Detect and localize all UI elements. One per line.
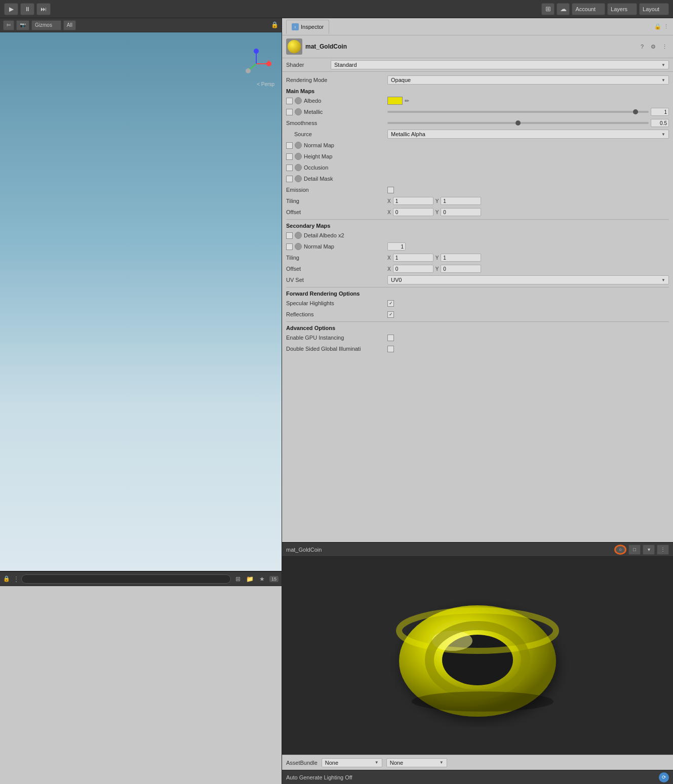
- albedo-value: ✏: [387, 97, 669, 105]
- metallic-thumb[interactable]: [633, 109, 638, 114]
- pause-button[interactable]: ⏸: [20, 3, 34, 15]
- offset2-x-input[interactable]: 0: [393, 265, 433, 273]
- uv-set-dropdown[interactable]: UV0 ▼: [387, 275, 669, 284]
- shader-chevron: ▼: [661, 63, 665, 67]
- tiling2-xy: X 1 Y 1: [387, 254, 669, 262]
- auto-generate-btn[interactable]: ⟳: [659, 772, 669, 782]
- shader-dropdown[interactable]: Standard ▼: [331, 60, 669, 69]
- metallic-label: Metallic: [304, 109, 323, 115]
- preview-header: mat_GoldCoin ○ □ ▾ ⋮: [282, 543, 673, 557]
- project-more-icon[interactable]: ⋮: [13, 575, 19, 583]
- account-chevron: ▼: [598, 7, 602, 11]
- cloud-icon[interactable]: ☁: [557, 3, 570, 15]
- occlusion-checkbox[interactable]: [286, 164, 293, 171]
- tiling-x-input[interactable]: 1: [393, 197, 433, 205]
- gizmos-btn[interactable]: Gizmos ▼: [31, 20, 61, 30]
- preview-options-btn[interactable]: ▾: [643, 545, 655, 555]
- source-label: Source: [286, 131, 387, 137]
- metallic-texture-slot[interactable]: [295, 108, 302, 115]
- divider-2: [286, 287, 669, 287]
- uv-set-row: UV Set UV0 ▼: [286, 275, 669, 285]
- asset-bundle-dropdown-2[interactable]: None ▼: [386, 758, 447, 767]
- preview-sphere-btn[interactable]: ○: [614, 545, 626, 555]
- inspector-more-icon[interactable]: ⋮: [663, 23, 669, 30]
- metallic-input[interactable]: 1: [651, 108, 669, 116]
- emission-value: [387, 187, 669, 193]
- tiling2-x-input[interactable]: 1: [393, 254, 433, 262]
- gizmos-chevron: ▼: [54, 23, 58, 27]
- rendering-mode-row: Rendering Mode Opaque ▼: [286, 75, 669, 85]
- scene-lock-icon: 🔒: [271, 21, 279, 28]
- tiling2-y-input[interactable]: 1: [441, 254, 481, 262]
- detail-mask-checkbox[interactable]: [286, 176, 293, 182]
- height-map-checkbox[interactable]: [286, 153, 293, 160]
- tools-btn[interactable]: ✄: [3, 20, 14, 30]
- offset-x-label: X: [387, 210, 391, 215]
- gpu-instancing-checkbox[interactable]: [387, 335, 394, 341]
- eyedropper-icon[interactable]: ✏: [405, 98, 409, 104]
- detail-mask-texture-slot[interactable]: [295, 175, 302, 182]
- preview-cube-btn[interactable]: □: [628, 545, 641, 555]
- uv-set-chevron: ▼: [661, 278, 665, 282]
- step-button[interactable]: ⏭: [36, 3, 51, 15]
- offset-y-input[interactable]: 0: [441, 208, 481, 216]
- double-sided-checkbox[interactable]: [387, 346, 394, 352]
- project-lock-icon: 🔒: [3, 575, 10, 582]
- layers-dropdown[interactable]: Layers ▼: [607, 3, 637, 15]
- height-map-texture-slot[interactable]: [295, 153, 302, 160]
- svg-text:Z: Z: [255, 49, 257, 52]
- material-more-icon[interactable]: ⋮: [660, 42, 669, 51]
- reflections-checkbox[interactable]: ✓: [387, 311, 394, 318]
- smoothness-track[interactable]: [387, 122, 649, 124]
- reflections-row: Reflections ✓: [286, 309, 669, 319]
- star-icon[interactable]: ★: [257, 574, 267, 584]
- folder-icon[interactable]: 📁: [245, 574, 255, 584]
- smoothness-input[interactable]: 0.5: [651, 119, 669, 127]
- filter-icon[interactable]: ⊞: [233, 574, 243, 584]
- layout-dropdown[interactable]: Layout ▼: [639, 3, 669, 15]
- albedo-checkbox[interactable]: [286, 98, 293, 104]
- auto-generate-bar: Auto Generate Lighting Off ⟳: [282, 770, 673, 784]
- offset2-y-input[interactable]: 0: [441, 265, 481, 273]
- asset-bundle-dropdown-1[interactable]: None ▼: [322, 758, 382, 767]
- normal-map-texture-slot[interactable]: [295, 142, 302, 149]
- inspector-tab[interactable]: i Inspector: [286, 20, 329, 34]
- albedo-color-box[interactable]: [387, 97, 403, 105]
- emission-checkbox[interactable]: [387, 187, 394, 193]
- normal-map2-texture-slot[interactable]: [295, 243, 302, 250]
- grid-icon[interactable]: ⊞: [541, 3, 555, 15]
- settings-icon[interactable]: ⚙: [649, 42, 658, 51]
- source-dropdown[interactable]: Metallic Alpha ▼: [387, 130, 669, 139]
- shader-row: Shader Standard ▼: [282, 58, 673, 72]
- smoothness-thumb[interactable]: [516, 120, 521, 126]
- offset-x-input[interactable]: 0: [393, 208, 433, 216]
- albedo-texture-slot[interactable]: [295, 97, 302, 104]
- normal-map-checkbox[interactable]: [286, 142, 293, 149]
- offset-y-label: Y: [436, 210, 439, 215]
- specular-highlights-checkbox[interactable]: ✓: [387, 300, 394, 307]
- auto-generate-label: Auto Generate Lighting Off: [286, 774, 659, 780]
- detail-albedo-checkbox[interactable]: [286, 232, 293, 239]
- normal-map2-label-container: Normal Map: [286, 243, 387, 250]
- account-dropdown[interactable]: Account ▼: [572, 3, 605, 15]
- occlusion-label-container: Occlusion: [286, 164, 387, 171]
- all-btn[interactable]: All: [63, 20, 76, 30]
- tiling-y-input[interactable]: 1: [441, 197, 481, 205]
- tiling-xy: X 1 Y 1: [387, 197, 669, 205]
- project-search-input[interactable]: [21, 574, 231, 584]
- occlusion-texture-slot[interactable]: [295, 164, 302, 171]
- metallic-track[interactable]: [387, 111, 649, 113]
- preview-more-btn[interactable]: ⋮: [657, 545, 669, 555]
- play-button[interactable]: ▶: [4, 3, 18, 15]
- rendering-mode-dropdown[interactable]: Opaque ▼: [387, 75, 669, 85]
- account-label: Account: [575, 6, 596, 12]
- normal-map-label-container: Normal Map: [286, 142, 387, 149]
- inspector-lock-icon[interactable]: 🔒: [654, 23, 661, 30]
- detail-albedo-texture-slot[interactable]: [295, 232, 302, 239]
- normal-map2-input[interactable]: 1: [387, 242, 406, 251]
- normal-map2-checkbox[interactable]: [286, 243, 293, 250]
- help-icon[interactable]: ?: [638, 42, 647, 51]
- camera-btn[interactable]: 📷: [16, 20, 29, 30]
- metallic-checkbox[interactable]: [286, 109, 293, 115]
- layout-chevron: ▼: [661, 7, 665, 11]
